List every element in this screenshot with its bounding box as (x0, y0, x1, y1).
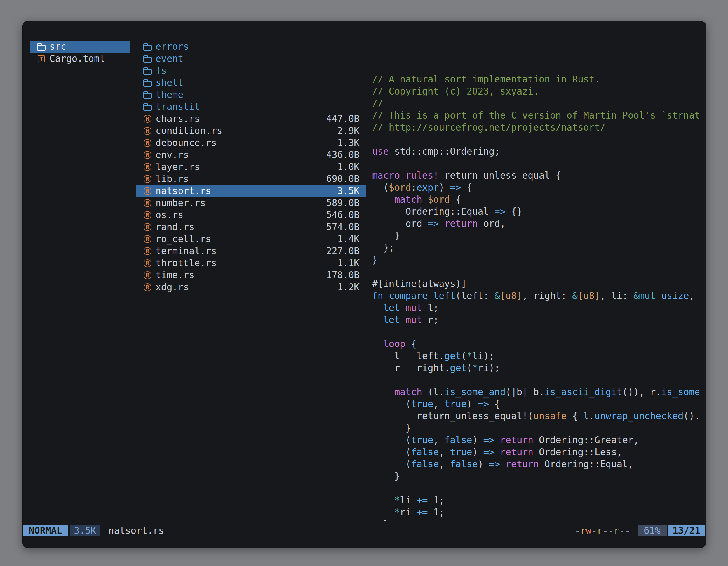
folder-icon (143, 78, 152, 88)
rust-icon (143, 198, 152, 208)
code-line: match $ord { (372, 194, 699, 206)
code-text: // (372, 98, 383, 109)
file-row[interactable]: chars.rs 447.0B (136, 113, 366, 125)
file-row[interactable]: env.rs 436.0B (136, 149, 366, 161)
code-line (372, 133, 699, 146)
file-size: 178.0B (326, 270, 360, 281)
file-name: translit (156, 101, 200, 112)
permissions-text: -rw-r--r-- (575, 525, 630, 536)
file-name: terminal.rs (156, 246, 217, 257)
code-text: // A natural sort implementation in Rust… (372, 74, 600, 85)
code-line: (true, true) => { (372, 398, 699, 410)
rust-icon (143, 259, 152, 268)
code-text: use std::cmp::Ordering; (372, 146, 500, 157)
code-line: } (372, 230, 699, 242)
file-row[interactable]: xdg.rs 1.2K (136, 281, 366, 293)
file-size: 589.0B (326, 198, 360, 208)
code-line: macro_rules! return_unless_equal { (372, 170, 699, 182)
code-text: ord => return ord, (372, 218, 506, 229)
rust-icon (143, 174, 152, 184)
file-row[interactable]: event (136, 53, 366, 65)
code-text: fn compare_left(left: &[u8], right: &[u8… (372, 290, 694, 301)
code-line: loop { (372, 338, 699, 350)
code-line: r = right.get(*ri); (372, 362, 699, 374)
file-row[interactable]: debounce.rs 1.3K (136, 137, 366, 149)
file-size: 2.9K (337, 125, 360, 136)
code-text: ($ord:expr) => { (372, 182, 472, 193)
code-text: loop { (372, 338, 417, 349)
file-name: ro_cell.rs (156, 234, 211, 245)
code-line: use std::cmp::Ordering; (372, 146, 699, 158)
code-line: match (l.is_some_and(|b| b.is_ascii_digi… (372, 386, 699, 398)
file-row[interactable]: natsort.rs 3.5K (136, 185, 366, 197)
code-line (372, 374, 699, 386)
code-line: *li += 1; (372, 494, 699, 506)
file-row[interactable]: lib.rs 690.0B (136, 173, 366, 185)
file-row[interactable]: ro_cell.rs 1.4K (136, 233, 366, 245)
file-name: event (156, 53, 183, 64)
file-row[interactable]: terminal.rs 227.0B (136, 245, 366, 257)
file-row[interactable]: translit (136, 101, 366, 113)
code-text: (true, true) => { (372, 398, 500, 409)
rust-icon (143, 283, 152, 292)
file-size: 1.3K (337, 137, 360, 148)
file-name: env.rs (156, 149, 189, 160)
code-line: let mut l; (372, 302, 699, 314)
file-name: throttle.rs (156, 258, 217, 269)
code-line (372, 266, 699, 278)
file-row[interactable]: condition.rs 2.9K (136, 125, 366, 137)
file-size: 1.1K (337, 258, 360, 269)
code-line (372, 158, 699, 170)
code-line: } (372, 254, 699, 266)
code-text: (true, false) => return Ordering::Greate… (372, 434, 639, 445)
code-line: } (372, 470, 699, 482)
file-name: src (50, 41, 66, 52)
rust-icon (143, 186, 152, 196)
code-line: return_unless_equal!(unsafe { l.unwrap_u… (372, 410, 699, 422)
file-row[interactable]: os.rs 546.0B (136, 209, 366, 221)
code-text: Ordering::Equal => {} (372, 206, 522, 217)
desktop-background: src Cargo.toml errors event fs (0, 0, 728, 566)
file-row[interactable]: errors (136, 41, 366, 53)
parent-item[interactable]: src (30, 41, 130, 53)
folder-icon (37, 42, 46, 51)
scroll-percent-badge: 61% (638, 525, 667, 536)
file-row[interactable]: theme (136, 89, 366, 101)
file-row[interactable]: fs (136, 65, 366, 77)
file-name: layer.rs (156, 161, 200, 172)
file-row[interactable]: shell (136, 77, 366, 89)
file-row[interactable]: rand.rs 574.0B (136, 221, 366, 233)
parent-item[interactable]: Cargo.toml (30, 53, 130, 65)
toml-icon (37, 54, 46, 64)
file-size: 227.0B (326, 246, 360, 257)
folder-icon (143, 102, 152, 112)
code-line: ($ord:expr) => { (372, 182, 699, 194)
file-name: debounce.rs (156, 137, 217, 148)
file-name: xdg.rs (156, 282, 189, 292)
file-size: 1.0K (337, 161, 360, 172)
folder-icon (143, 54, 152, 64)
size-badge: 3.5K (70, 525, 100, 536)
code-line: l = left.get(*li); (372, 350, 699, 362)
rust-icon (143, 138, 152, 148)
rust-icon (143, 222, 152, 232)
code-line: // (372, 97, 699, 109)
file-name: time.rs (156, 270, 194, 281)
file-name: number.rs (156, 198, 206, 208)
rust-icon (143, 150, 152, 160)
file-size: 574.0B (326, 222, 360, 233)
code-text: (false, false) => return Ordering::Equal… (372, 459, 633, 469)
yazi-file-manager-window: src Cargo.toml errors event fs (22, 21, 706, 548)
code-line: } (372, 518, 699, 521)
file-size: 436.0B (326, 149, 360, 160)
file-row[interactable]: number.rs 589.0B (136, 197, 366, 209)
code-line: let mut r; (372, 314, 699, 326)
code-text: let mut r; (372, 314, 439, 325)
code-line: // Copyright (c) 2023, sxyazi. (372, 85, 699, 97)
file-row[interactable]: throttle.rs 1.1K (136, 257, 366, 269)
cursor-position-badge: 13/21 (668, 525, 705, 536)
mode-badge: NORMAL (23, 525, 68, 536)
file-row[interactable]: time.rs 178.0B (136, 269, 366, 281)
file-row[interactable]: layer.rs 1.0K (136, 161, 366, 173)
file-name: Cargo.toml (50, 53, 105, 64)
